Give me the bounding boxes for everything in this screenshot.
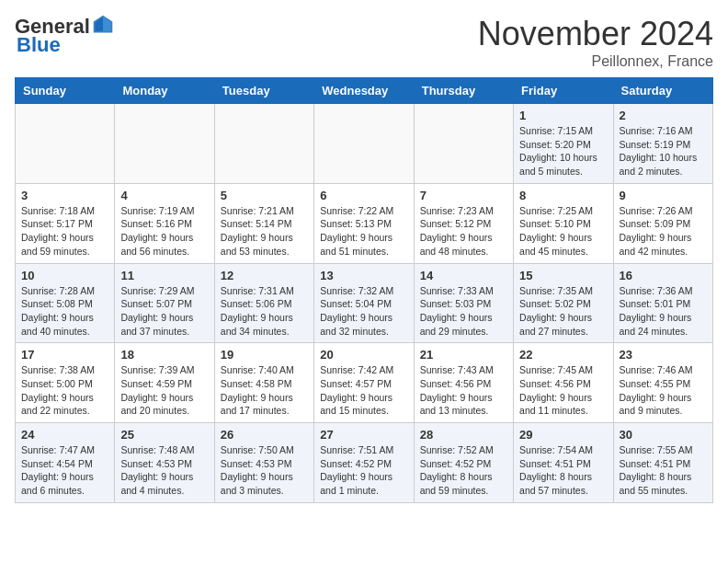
calendar-cell: 8Sunrise: 7:25 AM Sunset: 5:10 PM Daylig… — [514, 183, 613, 263]
cell-info: Sunrise: 7:50 AM Sunset: 4:53 PM Dayligh… — [221, 443, 308, 498]
cell-info: Sunrise: 7:36 AM Sunset: 5:01 PM Dayligh… — [620, 284, 707, 339]
calendar-cell: 10Sunrise: 7:28 AM Sunset: 5:08 PM Dayli… — [16, 263, 115, 343]
day-header-thursday: Thursday — [414, 78, 513, 104]
day-header-wednesday: Wednesday — [314, 78, 414, 104]
calendar-cell: 29Sunrise: 7:54 AM Sunset: 4:51 PM Dayli… — [514, 423, 613, 503]
cell-info: Sunrise: 7:38 AM Sunset: 5:00 PM Dayligh… — [21, 363, 108, 418]
day-number: 27 — [320, 428, 407, 442]
calendar-cell: 13Sunrise: 7:32 AM Sunset: 5:04 PM Dayli… — [314, 263, 414, 343]
day-number: 29 — [519, 428, 607, 442]
calendar-cell — [314, 104, 414, 184]
cell-info: Sunrise: 7:40 AM Sunset: 4:58 PM Dayligh… — [221, 363, 308, 418]
day-number: 10 — [21, 269, 108, 282]
day-number: 8 — [519, 189, 607, 202]
cell-info: Sunrise: 7:42 AM Sunset: 4:57 PM Dayligh… — [320, 363, 407, 418]
calendar-table: SundayMondayTuesdayWednesdayThursdayFrid… — [15, 77, 713, 503]
day-number: 30 — [620, 428, 707, 442]
day-header-sunday: Sunday — [16, 78, 115, 104]
day-header-saturday: Saturday — [613, 78, 712, 104]
calendar-cell: 26Sunrise: 7:50 AM Sunset: 4:53 PM Dayli… — [214, 423, 313, 503]
calendar-cell: 20Sunrise: 7:42 AM Sunset: 4:57 PM Dayli… — [314, 343, 414, 423]
cell-info: Sunrise: 7:28 AM Sunset: 5:08 PM Dayligh… — [21, 284, 108, 339]
calendar-week-row: 17Sunrise: 7:38 AM Sunset: 5:00 PM Dayli… — [16, 343, 713, 423]
location-subtitle: Peillonnex, France — [478, 53, 713, 70]
day-header-friday: Friday — [514, 78, 613, 104]
cell-info: Sunrise: 7:15 AM Sunset: 5:20 PM Dayligh… — [519, 124, 607, 178]
title-block: November 2024 Peillonnex, France — [478, 15, 713, 70]
cell-info: Sunrise: 7:45 AM Sunset: 4:56 PM Dayligh… — [519, 363, 607, 418]
calendar-week-row: 10Sunrise: 7:28 AM Sunset: 5:08 PM Dayli… — [16, 263, 713, 343]
day-number: 28 — [420, 428, 507, 442]
cell-info: Sunrise: 7:48 AM Sunset: 4:53 PM Dayligh… — [120, 443, 208, 498]
calendar-cell: 4Sunrise: 7:19 AM Sunset: 5:16 PM Daylig… — [115, 183, 214, 263]
calendar-week-row: 1Sunrise: 7:15 AM Sunset: 5:20 PM Daylig… — [16, 104, 713, 184]
cell-info: Sunrise: 7:16 AM Sunset: 5:19 PM Dayligh… — [620, 124, 707, 178]
cell-info: Sunrise: 7:22 AM Sunset: 5:13 PM Dayligh… — [320, 204, 407, 259]
calendar-cell: 7Sunrise: 7:23 AM Sunset: 5:12 PM Daylig… — [414, 183, 513, 263]
calendar-cell: 21Sunrise: 7:43 AM Sunset: 4:56 PM Dayli… — [414, 343, 513, 423]
calendar-week-row: 24Sunrise: 7:47 AM Sunset: 4:54 PM Dayli… — [16, 423, 713, 503]
calendar-cell: 17Sunrise: 7:38 AM Sunset: 5:00 PM Dayli… — [16, 343, 115, 423]
calendar-cell: 30Sunrise: 7:55 AM Sunset: 4:51 PM Dayli… — [613, 423, 712, 503]
day-number: 15 — [519, 269, 607, 282]
day-number: 19 — [221, 348, 308, 362]
calendar-cell: 28Sunrise: 7:52 AM Sunset: 4:52 PM Dayli… — [414, 423, 513, 503]
day-number: 5 — [221, 189, 308, 202]
day-number: 25 — [120, 428, 208, 442]
day-number: 9 — [620, 189, 707, 202]
day-number: 3 — [21, 189, 108, 202]
calendar-cell: 5Sunrise: 7:21 AM Sunset: 5:14 PM Daylig… — [214, 183, 313, 263]
cell-info: Sunrise: 7:31 AM Sunset: 5:06 PM Dayligh… — [221, 284, 308, 339]
day-number: 20 — [320, 348, 407, 362]
page-header: General Blue November 2024 Peillonnex, F… — [15, 15, 713, 70]
cell-info: Sunrise: 7:19 AM Sunset: 5:16 PM Dayligh… — [120, 204, 208, 259]
day-number: 16 — [620, 269, 707, 282]
calendar-cell: 16Sunrise: 7:36 AM Sunset: 5:01 PM Dayli… — [613, 263, 712, 343]
calendar-cell — [214, 104, 313, 184]
calendar-cell: 19Sunrise: 7:40 AM Sunset: 4:58 PM Dayli… — [214, 343, 313, 423]
cell-info: Sunrise: 7:21 AM Sunset: 5:14 PM Dayligh… — [221, 204, 308, 259]
calendar-cell: 24Sunrise: 7:47 AM Sunset: 4:54 PM Dayli… — [16, 423, 115, 503]
logo-blue-text: Blue — [17, 33, 61, 57]
cell-info: Sunrise: 7:26 AM Sunset: 5:09 PM Dayligh… — [620, 204, 707, 259]
calendar-cell — [414, 104, 513, 184]
cell-info: Sunrise: 7:47 AM Sunset: 4:54 PM Dayligh… — [21, 443, 108, 498]
day-number: 24 — [21, 428, 108, 442]
cell-info: Sunrise: 7:55 AM Sunset: 4:51 PM Dayligh… — [620, 443, 707, 498]
logo-icon — [92, 14, 114, 36]
cell-info: Sunrise: 7:18 AM Sunset: 5:17 PM Dayligh… — [21, 204, 108, 259]
day-header-monday: Monday — [115, 78, 214, 104]
calendar-cell: 22Sunrise: 7:45 AM Sunset: 4:56 PM Dayli… — [514, 343, 613, 423]
cell-info: Sunrise: 7:43 AM Sunset: 4:56 PM Dayligh… — [420, 363, 507, 418]
calendar-cell: 9Sunrise: 7:26 AM Sunset: 5:09 PM Daylig… — [613, 183, 712, 263]
month-title: November 2024 — [478, 15, 713, 53]
cell-info: Sunrise: 7:35 AM Sunset: 5:02 PM Dayligh… — [519, 284, 607, 339]
day-number: 23 — [620, 348, 707, 362]
calendar-header-row: SundayMondayTuesdayWednesdayThursdayFrid… — [16, 78, 713, 104]
calendar-cell — [115, 104, 214, 184]
cell-info: Sunrise: 7:33 AM Sunset: 5:03 PM Dayligh… — [420, 284, 507, 339]
day-number: 22 — [519, 348, 607, 362]
cell-info: Sunrise: 7:52 AM Sunset: 4:52 PM Dayligh… — [420, 443, 507, 498]
calendar-week-row: 3Sunrise: 7:18 AM Sunset: 5:17 PM Daylig… — [16, 183, 713, 263]
cell-info: Sunrise: 7:29 AM Sunset: 5:07 PM Dayligh… — [120, 284, 208, 339]
day-header-tuesday: Tuesday — [214, 78, 313, 104]
cell-info: Sunrise: 7:23 AM Sunset: 5:12 PM Dayligh… — [420, 204, 507, 259]
calendar-cell: 15Sunrise: 7:35 AM Sunset: 5:02 PM Dayli… — [514, 263, 613, 343]
day-number: 21 — [420, 348, 507, 362]
day-number: 6 — [320, 189, 407, 202]
cell-info: Sunrise: 7:51 AM Sunset: 4:52 PM Dayligh… — [320, 443, 407, 498]
calendar-cell: 11Sunrise: 7:29 AM Sunset: 5:07 PM Dayli… — [115, 263, 214, 343]
cell-info: Sunrise: 7:39 AM Sunset: 4:59 PM Dayligh… — [120, 363, 208, 418]
day-number: 26 — [221, 428, 308, 442]
cell-info: Sunrise: 7:54 AM Sunset: 4:51 PM Dayligh… — [519, 443, 607, 498]
day-number: 11 — [120, 269, 208, 282]
day-number: 7 — [420, 189, 507, 202]
cell-info: Sunrise: 7:32 AM Sunset: 5:04 PM Dayligh… — [320, 284, 407, 339]
day-number: 2 — [620, 109, 707, 122]
day-number: 4 — [120, 189, 208, 202]
calendar-cell: 23Sunrise: 7:46 AM Sunset: 4:55 PM Dayli… — [613, 343, 712, 423]
calendar-cell: 25Sunrise: 7:48 AM Sunset: 4:53 PM Dayli… — [115, 423, 214, 503]
calendar-cell: 2Sunrise: 7:16 AM Sunset: 5:19 PM Daylig… — [613, 104, 712, 184]
calendar-cell: 6Sunrise: 7:22 AM Sunset: 5:13 PM Daylig… — [314, 183, 414, 263]
